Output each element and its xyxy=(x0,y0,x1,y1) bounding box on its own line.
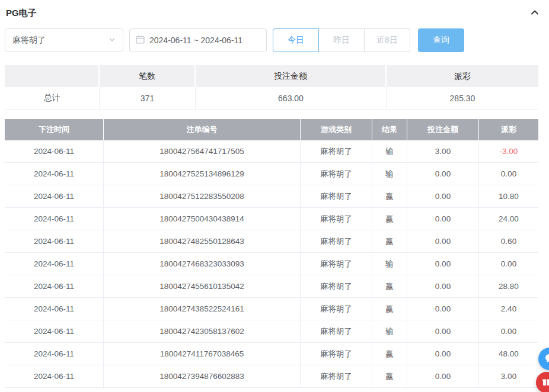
cell-result: 赢 xyxy=(372,365,407,387)
cell-bet-amount: 0.00 xyxy=(407,208,479,230)
summary-header-count: 笔数 xyxy=(100,65,196,87)
game-select-value: 麻将胡了 xyxy=(12,35,46,46)
column-header-payout: 派彩 xyxy=(479,119,538,140)
promotion-icon xyxy=(541,377,549,389)
cell-game-type: 麻将胡了 xyxy=(301,253,372,275)
table-row: 2024-06-11 1800427500430438914 麻将胡了 赢 0.… xyxy=(5,208,538,230)
column-header-result: 结果 xyxy=(372,119,407,140)
cell-order-id: 1800427482550128643 xyxy=(104,230,301,252)
cell-game-type: 麻将胡了 xyxy=(301,275,372,297)
cell-bet-amount: 3.00 xyxy=(407,140,479,162)
cell-order-id: 1800427394876602883 xyxy=(104,365,301,387)
cell-bet-time: 2024-06-11 xyxy=(5,230,104,252)
summary-header-payout: 派彩 xyxy=(387,65,538,87)
cell-game-type: 麻将胡了 xyxy=(301,320,372,342)
summary-header-row: 笔数 投注金额 派彩 xyxy=(5,65,538,87)
cell-game-type: 麻将胡了 xyxy=(301,343,372,365)
cell-bet-time: 2024-06-11 xyxy=(5,140,104,162)
cell-payout: 0.60 xyxy=(479,230,538,252)
summary-total-row: 总计 371 663.00 285.30 xyxy=(5,87,538,110)
filter-bar: 麻将胡了 2024-06-11 ~ 2024-06-11 今日 昨日 近8日 查… xyxy=(5,28,544,52)
quick-button-today[interactable]: 今日 xyxy=(273,28,319,52)
cell-bet-time: 2024-06-11 xyxy=(5,208,104,230)
summary-table: 笔数 投注金额 派彩 总计 371 663.00 285.30 xyxy=(5,65,538,110)
table-row: 2024-06-11 1800427564741717505 麻将胡了 输 3.… xyxy=(5,140,538,163)
cell-payout: 3.00 xyxy=(479,365,538,387)
summary-total-count: 371 xyxy=(100,87,196,109)
cell-order-id: 1800427455610135042 xyxy=(104,275,301,297)
cell-result: 输 xyxy=(372,140,407,162)
cell-order-id: 1800427411767038465 xyxy=(104,343,301,365)
date-range-picker[interactable]: 2024-06-11 ~ 2024-06-11 xyxy=(129,28,267,52)
table-row: 2024-06-11 1800427394876602883 麻将胡了 赢 0.… xyxy=(5,365,538,388)
cell-bet-time: 2024-06-11 xyxy=(5,298,104,320)
chevron-down-icon xyxy=(108,36,116,45)
quick-button-last-8-days[interactable]: 近8日 xyxy=(364,28,410,52)
collapse-button[interactable] xyxy=(528,5,542,21)
table-row: 2024-06-11 1800427411767038465 麻将胡了 赢 0.… xyxy=(5,343,538,365)
summary-header-bet-amount: 投注金额 xyxy=(196,65,387,87)
table-row: 2024-06-11 1800427423058137602 麻将胡了 输 0.… xyxy=(5,320,538,343)
cell-payout: 48.00 xyxy=(479,343,538,365)
cell-game-type: 麻将胡了 xyxy=(301,365,372,387)
calendar-icon xyxy=(136,35,145,46)
cell-bet-time: 2024-06-11 xyxy=(5,185,104,207)
column-header-bet-amount: 投注金额 xyxy=(407,119,479,140)
cell-payout: 0.00 xyxy=(479,163,538,185)
cell-bet-amount: 0.00 xyxy=(407,253,479,275)
cell-bet-amount: 0.00 xyxy=(407,320,479,342)
cell-order-id: 1800427512283550208 xyxy=(104,185,301,207)
cell-bet-amount: 0.00 xyxy=(407,163,479,185)
cell-bet-amount: 0.00 xyxy=(407,275,479,297)
cell-bet-time: 2024-06-11 xyxy=(5,320,104,342)
table-row: 2024-06-11 1800427482550128643 麻将胡了 赢 0.… xyxy=(5,230,538,253)
cell-bet-time: 2024-06-11 xyxy=(5,343,104,365)
cell-payout: 10.80 xyxy=(479,185,538,207)
column-header-game-type: 游戏类别 xyxy=(301,119,372,140)
quick-date-button-group: 今日 昨日 近8日 xyxy=(273,28,410,52)
summary-header-blank xyxy=(5,65,100,87)
cell-order-id: 1800427525134896129 xyxy=(104,163,301,185)
cell-payout: -3.00 xyxy=(479,140,538,162)
cell-game-type: 麻将胡了 xyxy=(301,230,372,252)
search-button[interactable]: 查询 xyxy=(418,28,464,52)
cell-result: 赢 xyxy=(372,185,407,207)
cell-result: 赢 xyxy=(372,275,407,297)
table-row: 2024-06-11 1800427525134896129 麻将胡了 输 0.… xyxy=(5,163,538,185)
cell-game-type: 麻将胡了 xyxy=(301,163,372,185)
cell-order-id: 1800427423058137602 xyxy=(104,320,301,342)
cell-bet-time: 2024-06-11 xyxy=(5,275,104,297)
table-header-row: 下注时间 注单编号 游戏类别 结果 投注金额 派彩 xyxy=(5,119,538,140)
cell-bet-amount: 0.00 xyxy=(407,365,479,387)
panel-header: PG电子 xyxy=(5,0,544,26)
summary-total-label: 总计 xyxy=(5,87,100,109)
cell-game-type: 麻将胡了 xyxy=(301,140,372,162)
summary-total-bet-amount: 663.00 xyxy=(196,87,387,109)
cell-bet-time: 2024-06-11 xyxy=(5,163,104,185)
date-range-value: 2024-06-11 ~ 2024-06-11 xyxy=(149,36,242,45)
cell-game-type: 麻将胡了 xyxy=(301,185,372,207)
cell-bet-amount: 0.00 xyxy=(407,343,479,365)
cell-result: 赢 xyxy=(372,343,407,365)
pg-games-panel: PG电子 麻将胡了 2024-06-11 ~ 2024-06-11 今日 昨日 … xyxy=(0,0,549,388)
cell-bet-time: 2024-06-11 xyxy=(5,365,104,387)
column-header-order-id: 注单编号 xyxy=(104,119,301,140)
cell-game-type: 麻将胡了 xyxy=(301,298,372,320)
cell-payout: 0.00 xyxy=(479,320,538,342)
cell-bet-amount: 0.00 xyxy=(407,230,479,252)
cell-payout: 24.00 xyxy=(479,208,538,230)
cell-result: 赢 xyxy=(372,298,407,320)
table-body: 2024-06-11 1800427564741717505 麻将胡了 输 3.… xyxy=(5,140,538,388)
cell-bet-amount: 0.00 xyxy=(407,185,479,207)
cell-bet-amount: 0.00 xyxy=(407,298,479,320)
bet-records-table: 下注时间 注单编号 游戏类别 结果 投注金额 派彩 2024-06-11 180… xyxy=(5,119,538,388)
cell-result: 输 xyxy=(372,163,407,185)
cell-order-id: 1800427468323033093 xyxy=(104,253,301,275)
table-row: 2024-06-11 1800427438522524161 麻将胡了 赢 0.… xyxy=(5,298,538,320)
game-select[interactable]: 麻将胡了 xyxy=(5,28,123,52)
quick-button-yesterday[interactable]: 昨日 xyxy=(318,28,365,52)
summary-total-payout: 285.30 xyxy=(387,87,538,109)
customer-service-icon xyxy=(544,352,549,366)
cell-order-id: 1800427564741717505 xyxy=(104,140,301,162)
column-header-bet-time: 下注时间 xyxy=(5,119,104,140)
